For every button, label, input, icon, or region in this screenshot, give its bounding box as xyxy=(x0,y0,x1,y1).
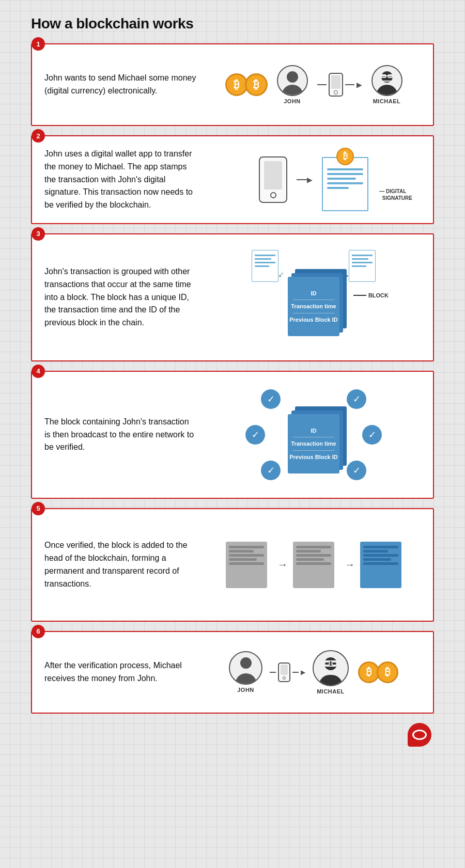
john-head xyxy=(287,71,298,83)
john-label-6: JOHN xyxy=(237,687,254,693)
step-5-text: Once verified, the block is added to the… xyxy=(44,539,205,590)
step-3-number: 3 xyxy=(32,227,45,241)
check-mid-right: ✓ xyxy=(362,425,382,445)
signature-line xyxy=(327,194,363,197)
michael-body-6 xyxy=(319,675,343,686)
michael-avatar-6 xyxy=(313,650,349,686)
step-2-text: John uses a digital wallet app to transf… xyxy=(44,148,205,212)
chain-arrow-2: → xyxy=(345,559,355,571)
check-mid-left: ✓ xyxy=(245,425,265,445)
step-4-text: The block containing John's transaction … xyxy=(44,416,205,454)
block-tx-time-4: Transaction time xyxy=(291,440,336,447)
step-4-number: 4 xyxy=(32,365,45,378)
check-bot-right: ✓ xyxy=(347,461,366,480)
step-6-number: 6 xyxy=(32,625,45,638)
michael-avatar xyxy=(371,65,402,96)
signed-doc: ₿ — DIGITAL SIGNATURE xyxy=(322,157,368,211)
michael-label: MICHAEL xyxy=(373,98,401,104)
step-6-text: After the verification process, Michael … xyxy=(44,659,205,685)
blue-main xyxy=(360,542,401,588)
step-3-text: John's transaction is grouped with other… xyxy=(44,265,205,329)
check-top-right: ✓ xyxy=(347,389,366,409)
wallet-arrow: ▶ xyxy=(297,176,313,184)
step-5-illustration: → → xyxy=(205,542,423,588)
page-title: How a blockchain works xyxy=(31,15,434,32)
step-2-illustration: ▶ ₿ — DIGITAL SIGNATURE xyxy=(205,148,423,211)
step-5-number: 5 xyxy=(32,502,45,515)
michael-body xyxy=(376,85,398,96)
john-label: JOHN xyxy=(284,98,301,104)
step-4-illustration: ✓ ✓ ✓ ✓ ✓ ✓ ID Transaction time Previous… xyxy=(205,383,423,486)
john-avatar-6 xyxy=(229,651,262,685)
digital-signature-label: — DIGITAL SIGNATURE xyxy=(379,188,412,201)
step-2-number: 2 xyxy=(32,129,45,143)
michael-person-6: MICHAEL xyxy=(313,650,349,695)
chain-block-grey-1 xyxy=(226,542,267,588)
check-bot-left: ✓ xyxy=(261,461,281,480)
phone-icon xyxy=(329,73,343,97)
grey-main-2 xyxy=(293,542,334,588)
john-body xyxy=(282,85,303,96)
wallet-btn xyxy=(270,192,276,198)
bitcoin-coins-6: ₿ ₿ xyxy=(358,661,398,683)
chain-block-grey-2 xyxy=(293,542,334,588)
transfer-arrow: ▶ xyxy=(317,73,362,97)
block-prev-3: Previous Block ID xyxy=(289,316,338,323)
transfer-arrow-6: ▶ xyxy=(270,662,305,682)
chain-block-blue-new xyxy=(360,542,401,588)
step-3-card: 3 John's transaction is grouped with oth… xyxy=(31,233,434,361)
john-person: JOHN xyxy=(277,65,308,104)
bitcoin-coin-6b: ₿ xyxy=(377,661,398,683)
michael-person: MICHAEL xyxy=(371,65,402,104)
main-block-3: ID Transaction time Previous Block ID xyxy=(288,277,339,336)
step-1-card: 1 John wants to send Michael some money … xyxy=(31,43,434,126)
block-id-3: ID xyxy=(311,290,317,297)
phone-icon-6 xyxy=(278,662,290,682)
footer-logo xyxy=(31,723,431,747)
michael-head xyxy=(381,71,393,83)
floating-doc-1 xyxy=(252,250,278,282)
phone-btn xyxy=(334,90,338,94)
check-top-left: ✓ xyxy=(261,389,281,409)
block-prev-4: Previous Block ID xyxy=(289,453,338,461)
step-3-illustration: ↓ ↓ ID Transaction time Pre xyxy=(205,246,423,349)
michael-head-6 xyxy=(324,657,337,670)
main-block-4: ID Transaction time Previous Block ID xyxy=(288,414,339,474)
doc-bitcoin: ₿ xyxy=(336,148,354,165)
floating-doc-2 xyxy=(349,250,376,282)
john-person-6: JOHN xyxy=(229,651,262,693)
john-body-6 xyxy=(235,673,257,685)
step-6-card: 6 After the verification process, Michae… xyxy=(31,631,434,714)
block-id-4: ID xyxy=(311,427,317,434)
step-1-number: 1 xyxy=(32,37,45,51)
step-4-card: 4 The block containing John's transactio… xyxy=(31,371,434,499)
john-avatar xyxy=(277,65,308,96)
step-2-card: 2 John uses a digital wallet app to tran… xyxy=(31,135,434,224)
company-logo xyxy=(408,723,431,747)
wallet-screen xyxy=(264,161,282,190)
step-1-text: John wants to send Michael some money (d… xyxy=(44,72,205,98)
chain-arrow-1: → xyxy=(277,559,288,571)
logo-inner xyxy=(412,730,427,740)
grey-main-1 xyxy=(226,542,267,588)
step-6-illustration: JOHN ▶ xyxy=(205,650,423,695)
phone-screen xyxy=(331,75,340,89)
john-head-6 xyxy=(240,657,252,669)
block-tx-time-3: Transaction time xyxy=(291,303,336,310)
block-label-3: BLOCK xyxy=(353,292,389,298)
wallet-phone xyxy=(259,156,287,203)
michael-label-6: MICHAEL xyxy=(317,688,345,695)
step-1-illustration: ₿ ₿ JOHN ▶ xyxy=(205,65,423,104)
step-5-card: 5 Once verified, the block is added to t… xyxy=(31,508,434,622)
bitcoin-coin-2: ₿ xyxy=(245,73,268,96)
bitcoin-coin-1: ₿ xyxy=(225,73,248,96)
